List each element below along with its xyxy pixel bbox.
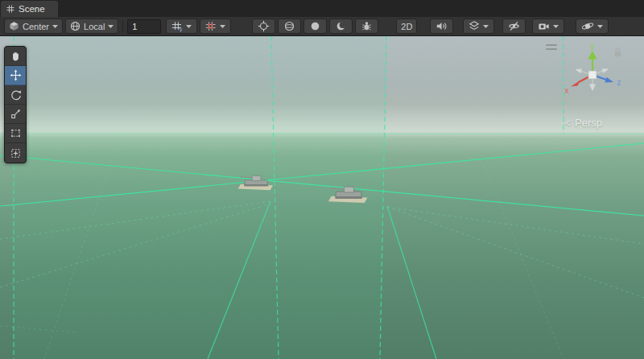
orientation-gizmo[interactable]: y x z (560, 43, 626, 101)
gizmo-center-cube[interactable] (588, 71, 597, 79)
visibility-toggle[interactable] (502, 19, 526, 34)
tool-palette (4, 46, 27, 163)
chevron-down-icon (597, 25, 603, 28)
pivot-label: Center (23, 22, 49, 31)
chevron-down-icon (220, 25, 225, 28)
tool-handle-position-dropdown[interactable]: Center (4, 19, 63, 34)
orbit-gizmo-icon (581, 20, 594, 32)
move-icon (10, 69, 22, 81)
tool-handle-rotation-dropdown[interactable]: Local (65, 19, 118, 34)
tank-model[interactable] (237, 169, 277, 192)
filled-circle-icon (309, 20, 321, 32)
toolbar-separator (122, 20, 123, 32)
axis-z-cone[interactable] (605, 77, 613, 83)
orientation-globe-icon (70, 21, 80, 31)
grid-snapping-button[interactable]: y (166, 19, 197, 34)
scene-toolbar: Center Local y (0, 17, 644, 36)
filled-circle-button[interactable] (303, 19, 327, 34)
scene-gizmo-dropdown[interactable] (576, 19, 609, 34)
effects-dropdown[interactable] (463, 19, 494, 34)
axis-y-label: y (591, 43, 595, 51)
crescent-moon-button[interactable] (329, 19, 353, 34)
grid-snap-red-icon (205, 21, 217, 32)
axis-z-label: z (617, 78, 621, 87)
chevron-down-icon (553, 25, 559, 28)
wire-sphere-icon (283, 20, 295, 32)
snap-settings-button[interactable] (200, 19, 231, 34)
overlay-drag-handle[interactable] (546, 44, 557, 52)
transform-icon (10, 147, 22, 159)
scale-tool-button[interactable] (5, 105, 26, 124)
2d-label: 2D (401, 22, 412, 31)
tab-bar: Scene (0, 0, 644, 17)
axis-neg-z-cone[interactable] (576, 69, 583, 74)
rect-tool-button[interactable] (5, 124, 26, 143)
snap-increment-field[interactable] (127, 19, 161, 34)
axis-y-cone[interactable] (588, 51, 597, 60)
axis-neg-x-cone[interactable] (602, 68, 609, 73)
camera-icon (538, 20, 550, 32)
chevron-left-icon: < (565, 118, 571, 129)
projection-toggle[interactable]: < Persp (565, 117, 602, 129)
bug-button[interactable] (355, 19, 378, 34)
tab-scene[interactable]: Scene (1, 1, 58, 17)
2d-mode-toggle[interactable]: 2D (396, 19, 417, 34)
camera-dropdown[interactable] (532, 19, 564, 34)
hand-icon (10, 50, 22, 62)
crosshair-icon (258, 20, 270, 32)
chevron-down-icon (483, 25, 489, 28)
move-tool-button[interactable] (5, 66, 26, 85)
axis-x-label: x (565, 86, 569, 95)
svg-text:y: y (180, 27, 183, 32)
moon-icon (335, 20, 347, 32)
transform-tool-button[interactable] (5, 143, 26, 163)
chevron-down-icon (108, 25, 114, 28)
grid-snap-y-icon: y (171, 21, 183, 32)
rotate-tool-button[interactable] (5, 85, 26, 105)
scale-icon (10, 108, 22, 120)
pivot-cube-icon (9, 21, 19, 31)
selection-wireframe (0, 36, 644, 359)
speaker-icon (436, 20, 448, 32)
effects-icon (469, 20, 480, 32)
axis-neg-y-cone[interactable] (589, 85, 596, 92)
hand-tool-button[interactable] (5, 47, 26, 66)
grid-icon (6, 5, 14, 13)
tank-model[interactable] (327, 180, 372, 205)
chevron-down-icon (52, 25, 58, 28)
rect-icon (10, 127, 22, 139)
orientation-label: Local (84, 22, 105, 31)
tab-label: Scene (19, 4, 45, 14)
rotate-icon (10, 89, 22, 101)
projection-label: Persp (575, 117, 602, 129)
bug-icon (361, 20, 373, 32)
wire-sphere-button[interactable] (278, 19, 301, 34)
crosshair-circle-button[interactable] (252, 19, 275, 34)
chevron-down-icon (186, 25, 192, 28)
eye-slash-icon (508, 20, 520, 32)
unity-scene-window: Scene Center Local (0, 0, 644, 359)
axis-x-cone[interactable] (571, 80, 580, 87)
scene-viewport[interactable]: y x z < Persp (0, 36, 644, 359)
audio-toggle[interactable] (430, 19, 453, 34)
